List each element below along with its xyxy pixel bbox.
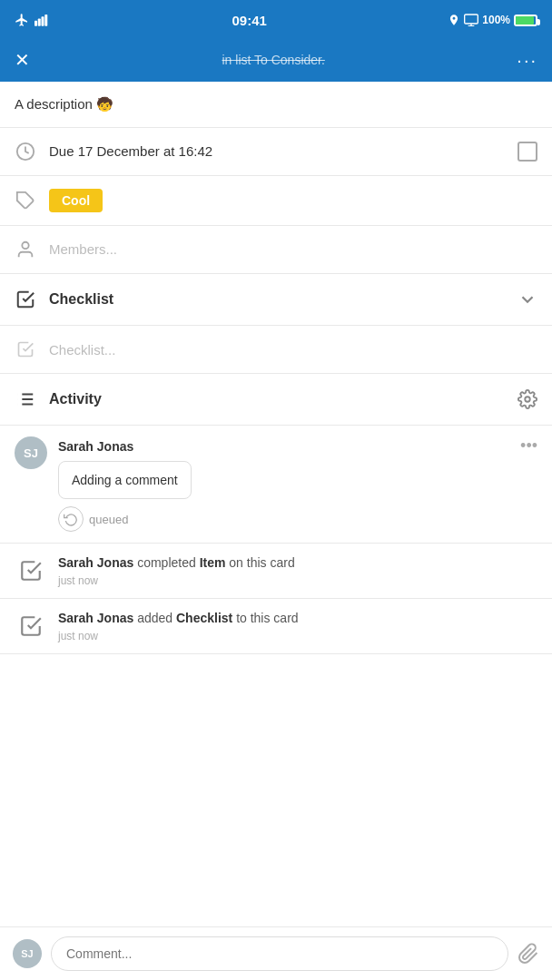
description-section: A description 🧒 [0, 82, 552, 128]
page-header: ✕ in list To Consider. ··· [0, 40, 552, 82]
header-title: in list To Consider. [39, 53, 508, 67]
queued-label: queued [89, 513, 128, 526]
activity-list-icon [15, 388, 36, 410]
log-time-1: just now [58, 574, 295, 587]
activity-gear-icon[interactable] [518, 389, 537, 409]
checklist-section-header[interactable]: Checklist [0, 274, 552, 326]
more-button[interactable]: ··· [517, 50, 537, 71]
svg-rect-1 [38, 19, 41, 26]
activity-username: Sarah Jonas [58, 439, 133, 454]
label-row[interactable]: Cool [0, 176, 552, 226]
queued-icon [58, 506, 84, 532]
checklist-input-placeholder[interactable]: Checklist... [49, 342, 115, 358]
status-bar-right: 100% [448, 14, 537, 26]
svg-point-9 [22, 242, 28, 249]
activity-title: Activity [49, 391, 505, 407]
comment-input[interactable] [51, 936, 508, 971]
svg-rect-3 [44, 15, 47, 26]
checklist-icon [15, 289, 36, 310]
label-badge[interactable]: Cool [49, 189, 103, 212]
attachment-icon[interactable] [518, 943, 539, 965]
activity-section-header: Activity [0, 374, 552, 426]
checklist-input-icon [15, 338, 36, 360]
signal-icon [34, 14, 51, 26]
airplane-icon [15, 13, 29, 27]
completed-icon [15, 554, 47, 587]
status-bar: 09:41 100% [0, 0, 552, 40]
clock-icon [15, 141, 36, 162]
battery-label: 100% [482, 14, 510, 26]
status-bar-left [15, 13, 51, 27]
activity-body: Sarah Jonas ••• Adding a comment queued [58, 436, 537, 532]
log-time-2: just now [58, 630, 299, 642]
tag-icon [15, 190, 36, 211]
description-text: A description 🧒 [15, 96, 113, 112]
due-date-row[interactable]: Due 17 December at 16:42 [0, 128, 552, 176]
log-user-1: Sarah Jonas [58, 555, 133, 570]
queued-row: queued [58, 506, 537, 532]
user-avatar: SJ [15, 436, 47, 469]
svg-rect-0 [34, 21, 37, 26]
comment-bubble[interactable]: Adding a comment [58, 461, 192, 499]
screen-icon [464, 14, 478, 26]
log-item-1: Item [200, 555, 226, 570]
log-user-2: Sarah Jonas [58, 611, 133, 625]
due-date-text: Due 17 December at 16:42 [49, 143, 212, 159]
comment-avatar: SJ [13, 939, 42, 968]
checklist-input-row[interactable]: Checklist... [0, 326, 552, 374]
svg-point-16 [525, 397, 530, 402]
members-row[interactable]: Members... [0, 226, 552, 274]
person-icon [15, 239, 36, 260]
log-content-2: Sarah Jonas added Checklist to this card… [58, 610, 299, 642]
status-bar-time: 09:41 [232, 13, 266, 28]
checklist-chevron-icon[interactable] [518, 289, 537, 309]
battery-icon [514, 15, 537, 26]
close-button[interactable]: ✕ [15, 49, 30, 71]
comment-input-row[interactable]: SJ [0, 926, 552, 980]
activity-log-item-1: Sarah Jonas completed Item on this card … [0, 544, 552, 599]
activity-log-item-2: Sarah Jonas added Checklist to this card… [0, 599, 552, 654]
added-checklist-icon [15, 610, 47, 642]
log-text-2: Sarah Jonas added Checklist to this card [58, 610, 299, 628]
activity-more-button[interactable]: ••• [520, 436, 537, 456]
svg-rect-4 [465, 15, 478, 24]
checklist-title: Checklist [49, 291, 505, 308]
svg-rect-2 [42, 16, 44, 26]
due-date-checkbox[interactable] [518, 142, 537, 162]
activity-comment-item: SJ Sarah Jonas ••• Adding a comment queu… [0, 426, 552, 544]
log-text-1: Sarah Jonas completed Item on this card [58, 554, 295, 573]
log-item-2: Checklist [176, 611, 232, 625]
location-icon [448, 14, 460, 26]
log-content-1: Sarah Jonas completed Item on this card … [58, 554, 295, 587]
comment-text: Adding a comment [72, 473, 178, 487]
members-placeholder: Members... [49, 241, 117, 257]
